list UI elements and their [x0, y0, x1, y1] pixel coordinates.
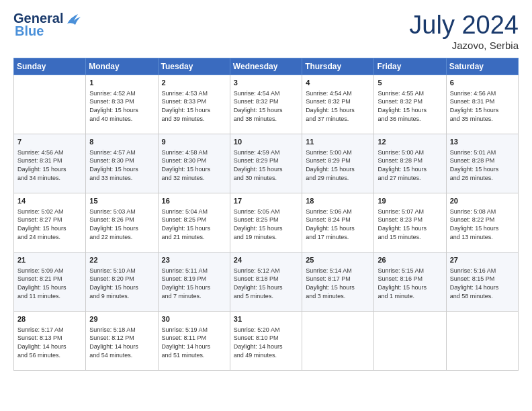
- day-info-22: Sunrise: 5:10 AM Sunset: 8:20 PM Dayligh…: [89, 267, 154, 300]
- weekday-header-row: SundayMondayTuesdayWednesdayThursdayFrid…: [14, 58, 519, 75]
- day-info-19: Sunrise: 5:07 AM Sunset: 8:23 PM Dayligh…: [378, 208, 442, 241]
- day-number-18: 18: [306, 196, 370, 206]
- day-info-25: Sunrise: 5:14 AM Sunset: 8:17 PM Dayligh…: [306, 267, 370, 300]
- day-number-20: 20: [450, 196, 515, 206]
- week-row-4: 21Sunrise: 5:09 AM Sunset: 8:21 PM Dayli…: [14, 253, 519, 312]
- calendar-table: SundayMondayTuesdayWednesdayThursdayFrid…: [13, 58, 519, 371]
- day-cell-1: 1Sunrise: 4:52 AM Sunset: 8:33 PM Daylig…: [86, 75, 158, 134]
- day-cell-28: 28Sunrise: 5:17 AM Sunset: 8:13 PM Dayli…: [14, 312, 86, 371]
- weekday-saturday: Saturday: [446, 58, 518, 75]
- day-number-22: 22: [89, 255, 154, 265]
- day-info-31: Sunrise: 5:20 AM Sunset: 8:10 PM Dayligh…: [234, 326, 298, 359]
- day-info-7: Sunrise: 4:56 AM Sunset: 8:31 PM Dayligh…: [17, 148, 82, 182]
- day-number-3: 3: [234, 78, 298, 88]
- title-block: July 2024 Jazovo, Serbia: [409, 11, 519, 51]
- day-number-24: 24: [234, 255, 298, 265]
- logo: General Blue: [13, 11, 83, 39]
- day-cell-21: 21Sunrise: 5:09 AM Sunset: 8:21 PM Dayli…: [14, 253, 86, 312]
- weekday-tuesday: Tuesday: [158, 58, 230, 75]
- day-number-10: 10: [234, 137, 298, 147]
- day-info-30: Sunrise: 5:19 AM Sunset: 8:11 PM Dayligh…: [162, 326, 226, 359]
- day-cell-29: 29Sunrise: 5:18 AM Sunset: 8:12 PM Dayli…: [86, 312, 158, 371]
- day-info-3: Sunrise: 4:54 AM Sunset: 8:32 PM Dayligh…: [234, 89, 298, 123]
- day-info-12: Sunrise: 5:00 AM Sunset: 8:28 PM Dayligh…: [378, 148, 442, 182]
- day-number-14: 14: [17, 196, 82, 206]
- day-number-28: 28: [17, 314, 82, 324]
- day-info-1: Sunrise: 4:52 AM Sunset: 8:33 PM Dayligh…: [89, 89, 154, 123]
- day-info-4: Sunrise: 4:54 AM Sunset: 8:32 PM Dayligh…: [306, 89, 370, 123]
- day-info-15: Sunrise: 5:03 AM Sunset: 8:26 PM Dayligh…: [89, 208, 154, 241]
- day-info-17: Sunrise: 5:05 AM Sunset: 8:25 PM Dayligh…: [234, 208, 298, 241]
- day-cell-15: 15Sunrise: 5:03 AM Sunset: 8:26 PM Dayli…: [86, 193, 158, 253]
- day-info-5: Sunrise: 4:55 AM Sunset: 8:32 PM Dayligh…: [378, 89, 442, 123]
- day-number-25: 25: [306, 255, 370, 265]
- day-cell-4: 4Sunrise: 4:54 AM Sunset: 8:32 PM Daylig…: [302, 75, 374, 134]
- day-cell-26: 26Sunrise: 5:15 AM Sunset: 8:16 PM Dayli…: [374, 253, 446, 312]
- day-number-17: 17: [234, 196, 298, 206]
- day-number-21: 21: [17, 255, 82, 265]
- header: General Blue July 2024 Jazovo, Serbia: [13, 11, 519, 51]
- day-cell-31: 31Sunrise: 5:20 AM Sunset: 8:10 PM Dayli…: [230, 312, 302, 371]
- day-cell-19: 19Sunrise: 5:07 AM Sunset: 8:23 PM Dayli…: [374, 193, 446, 253]
- weekday-sunday: Sunday: [14, 58, 86, 75]
- day-cell-22: 22Sunrise: 5:10 AM Sunset: 8:20 PM Dayli…: [86, 253, 158, 312]
- day-number-31: 31: [234, 314, 298, 324]
- calendar-location: Jazovo, Serbia: [409, 40, 519, 51]
- day-info-26: Sunrise: 5:15 AM Sunset: 8:16 PM Dayligh…: [378, 267, 442, 300]
- day-info-2: Sunrise: 4:53 AM Sunset: 8:33 PM Dayligh…: [162, 89, 226, 123]
- empty-cell: [14, 75, 86, 134]
- empty-cell: [374, 312, 446, 371]
- week-row-2: 7Sunrise: 4:56 AM Sunset: 8:31 PM Daylig…: [14, 134, 519, 193]
- day-number-8: 8: [89, 137, 154, 147]
- week-row-3: 14Sunrise: 5:02 AM Sunset: 8:27 PM Dayli…: [14, 193, 519, 253]
- day-cell-23: 23Sunrise: 5:11 AM Sunset: 8:19 PM Dayli…: [158, 253, 230, 312]
- day-cell-30: 30Sunrise: 5:19 AM Sunset: 8:11 PM Dayli…: [158, 312, 230, 371]
- day-number-9: 9: [162, 137, 226, 147]
- day-number-6: 6: [450, 78, 515, 88]
- day-cell-20: 20Sunrise: 5:08 AM Sunset: 8:22 PM Dayli…: [446, 193, 518, 253]
- weekday-thursday: Thursday: [302, 58, 374, 75]
- day-info-6: Sunrise: 4:56 AM Sunset: 8:31 PM Dayligh…: [450, 89, 515, 123]
- day-cell-25: 25Sunrise: 5:14 AM Sunset: 8:17 PM Dayli…: [302, 253, 374, 312]
- weekday-monday: Monday: [86, 58, 158, 75]
- empty-cell: [302, 312, 374, 371]
- week-row-1: 1Sunrise: 4:52 AM Sunset: 8:33 PM Daylig…: [14, 75, 519, 134]
- day-info-11: Sunrise: 5:00 AM Sunset: 8:29 PM Dayligh…: [306, 148, 370, 182]
- day-info-10: Sunrise: 4:59 AM Sunset: 8:29 PM Dayligh…: [234, 148, 298, 182]
- day-info-29: Sunrise: 5:18 AM Sunset: 8:12 PM Dayligh…: [89, 326, 154, 359]
- day-number-13: 13: [450, 137, 515, 147]
- day-number-23: 23: [162, 255, 226, 265]
- day-number-2: 2: [162, 78, 226, 88]
- day-cell-7: 7Sunrise: 4:56 AM Sunset: 8:31 PM Daylig…: [14, 134, 86, 193]
- day-number-15: 15: [89, 196, 154, 206]
- day-number-29: 29: [89, 314, 154, 324]
- day-cell-18: 18Sunrise: 5:06 AM Sunset: 8:24 PM Dayli…: [302, 193, 374, 253]
- day-cell-17: 17Sunrise: 5:05 AM Sunset: 8:25 PM Dayli…: [230, 193, 302, 253]
- day-cell-9: 9Sunrise: 4:58 AM Sunset: 8:30 PM Daylig…: [158, 134, 230, 193]
- day-cell-11: 11Sunrise: 5:00 AM Sunset: 8:29 PM Dayli…: [302, 134, 374, 193]
- day-cell-14: 14Sunrise: 5:02 AM Sunset: 8:27 PM Dayli…: [14, 193, 86, 253]
- logo-bird-icon: [64, 11, 83, 26]
- day-number-5: 5: [378, 78, 442, 88]
- day-number-11: 11: [306, 137, 370, 147]
- day-number-16: 16: [162, 196, 226, 206]
- day-cell-24: 24Sunrise: 5:12 AM Sunset: 8:18 PM Dayli…: [230, 253, 302, 312]
- day-info-23: Sunrise: 5:11 AM Sunset: 8:19 PM Dayligh…: [162, 267, 226, 300]
- day-info-16: Sunrise: 5:04 AM Sunset: 8:25 PM Dayligh…: [162, 208, 226, 241]
- day-number-12: 12: [378, 137, 442, 147]
- day-cell-3: 3Sunrise: 4:54 AM Sunset: 8:32 PM Daylig…: [230, 75, 302, 134]
- day-info-14: Sunrise: 5:02 AM Sunset: 8:27 PM Dayligh…: [17, 208, 82, 241]
- day-cell-12: 12Sunrise: 5:00 AM Sunset: 8:28 PM Dayli…: [374, 134, 446, 193]
- logo-blue: Blue: [15, 24, 44, 39]
- day-info-20: Sunrise: 5:08 AM Sunset: 8:22 PM Dayligh…: [450, 208, 515, 241]
- day-number-7: 7: [17, 137, 82, 147]
- day-cell-8: 8Sunrise: 4:57 AM Sunset: 8:30 PM Daylig…: [86, 134, 158, 193]
- day-info-21: Sunrise: 5:09 AM Sunset: 8:21 PM Dayligh…: [17, 267, 82, 300]
- empty-cell: [446, 312, 518, 371]
- page: General Blue July 2024 Jazovo, Serbia Su…: [0, 0, 532, 411]
- day-number-26: 26: [378, 255, 442, 265]
- day-cell-27: 27Sunrise: 5:16 AM Sunset: 8:15 PM Dayli…: [446, 253, 518, 312]
- day-cell-6: 6Sunrise: 4:56 AM Sunset: 8:31 PM Daylig…: [446, 75, 518, 134]
- day-info-27: Sunrise: 5:16 AM Sunset: 8:15 PM Dayligh…: [450, 267, 515, 300]
- week-row-5: 28Sunrise: 5:17 AM Sunset: 8:13 PM Dayli…: [14, 312, 519, 371]
